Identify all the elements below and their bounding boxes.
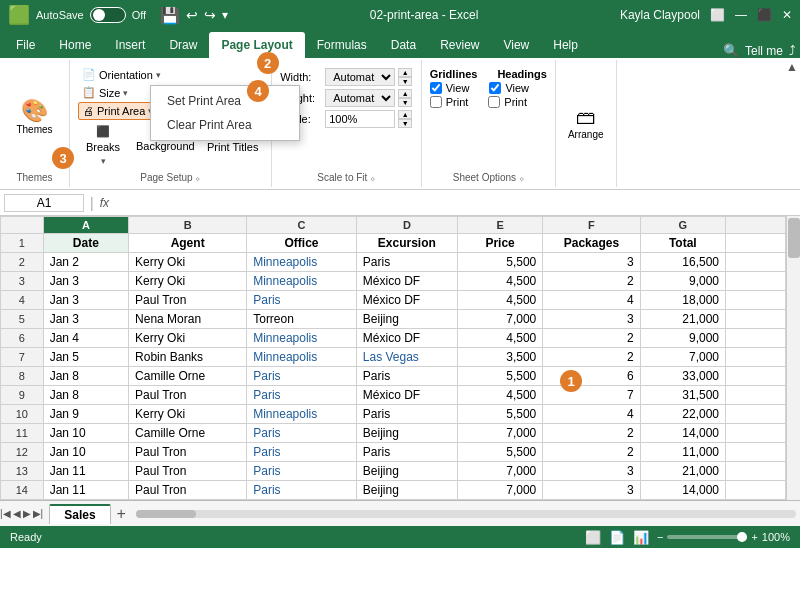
customize-icon[interactable]: ▾: [222, 8, 228, 22]
tab-formulas[interactable]: Formulas: [305, 32, 379, 58]
cell-d1[interactable]: Excursion: [356, 234, 457, 253]
cell-row13-col3[interactable]: Beijing: [356, 462, 457, 481]
sheet-tab-sales[interactable]: Sales: [49, 504, 110, 524]
orientation-button[interactable]: 📄 Orientation ▾: [78, 66, 165, 83]
cell-row3-col6[interactable]: 9,000: [640, 272, 725, 291]
tab-home[interactable]: Home: [47, 32, 103, 58]
cell-row12-col3[interactable]: Paris: [356, 443, 457, 462]
cell-row9-col1[interactable]: Paul Tron: [129, 386, 247, 405]
col-header-g[interactable]: G: [640, 217, 725, 234]
cell-row4-col0[interactable]: Jan 3: [43, 291, 128, 310]
cell-row5-col2[interactable]: Torreon: [247, 310, 357, 329]
search-icon[interactable]: 🔍: [723, 43, 739, 58]
cell-row14-col6[interactable]: 14,000: [640, 481, 725, 500]
cell-row10-col6[interactable]: 22,000: [640, 405, 725, 424]
normal-view-icon[interactable]: ⬜: [585, 530, 601, 545]
cell-row11-col2[interactable]: Paris: [247, 424, 357, 443]
cell-row13-col2[interactable]: Paris: [247, 462, 357, 481]
cell-row5-col0[interactable]: Jan 3: [43, 310, 128, 329]
scale-input[interactable]: [325, 110, 395, 128]
cell-row9-col3[interactable]: México DF: [356, 386, 457, 405]
tab-page-layout[interactable]: Page Layout: [209, 32, 304, 58]
cell-row3-col1[interactable]: Kerry Oki: [129, 272, 247, 291]
cell-row7-col3[interactable]: Las Vegas: [356, 348, 457, 367]
zoom-in-icon[interactable]: +: [751, 531, 757, 543]
col-header-d[interactable]: D: [356, 217, 457, 234]
width-up[interactable]: ▲: [398, 68, 412, 77]
tab-scroll-right-right[interactable]: ▶|: [33, 508, 44, 519]
tab-insert[interactable]: Insert: [103, 32, 157, 58]
cell-row8-col3[interactable]: Paris: [356, 367, 457, 386]
cell-row10-col0[interactable]: Jan 9: [43, 405, 128, 424]
tab-file[interactable]: File: [4, 32, 47, 58]
cell-e1[interactable]: Price: [457, 234, 542, 253]
size-button[interactable]: 📋 Size ▾: [78, 84, 132, 101]
cell-row12-col2[interactable]: Paris: [247, 443, 357, 462]
cell-row8-col1[interactable]: Camille Orne: [129, 367, 247, 386]
cell-g1[interactable]: Total: [640, 234, 725, 253]
cell-row11-col0[interactable]: Jan 10: [43, 424, 128, 443]
col-header-e[interactable]: E: [457, 217, 542, 234]
cell-row10-col5[interactable]: 4: [543, 405, 640, 424]
name-box[interactable]: [4, 194, 84, 212]
cell-row13-col0[interactable]: Jan 11: [43, 462, 128, 481]
height-up[interactable]: ▲: [398, 89, 412, 98]
tab-draw[interactable]: Draw: [157, 32, 209, 58]
cell-row4-col2[interactable]: Paris: [247, 291, 357, 310]
width-down[interactable]: ▼: [398, 77, 412, 86]
cell-row2-col1[interactable]: Kerry Oki: [129, 253, 247, 272]
col-header-c[interactable]: C: [247, 217, 357, 234]
cell-row4-col3[interactable]: México DF: [356, 291, 457, 310]
cell-row7-col2[interactable]: Minneapolis: [247, 348, 357, 367]
cell-row11-col5[interactable]: 2: [543, 424, 640, 443]
cell-row8-col5[interactable]: 6: [543, 367, 640, 386]
cell-row2-col2[interactable]: Minneapolis: [247, 253, 357, 272]
headings-view-checkbox[interactable]: [489, 82, 501, 94]
breaks-button[interactable]: ⬛ Breaks ▾: [78, 123, 128, 168]
page-layout-view-icon[interactable]: 📄: [609, 530, 625, 545]
cell-row13-col5[interactable]: 3: [543, 462, 640, 481]
clear-print-area-item[interactable]: Clear Print Area: [151, 113, 299, 137]
cell-row5-col6[interactable]: 21,000: [640, 310, 725, 329]
cell-row13-col4[interactable]: 7,000: [457, 462, 542, 481]
cell-row10-col2[interactable]: Minneapolis: [247, 405, 357, 424]
cell-row8-col6[interactable]: 33,000: [640, 367, 725, 386]
page-break-view-icon[interactable]: 📊: [633, 530, 649, 545]
cell-row6-col6[interactable]: 9,000: [640, 329, 725, 348]
add-sheet-button[interactable]: +: [111, 505, 132, 523]
cell-row13-col6[interactable]: 21,000: [640, 462, 725, 481]
cell-row4-col6[interactable]: 18,000: [640, 291, 725, 310]
cell-row3-col4[interactable]: 4,500: [457, 272, 542, 291]
cell-row10-col1[interactable]: Kerry Oki: [129, 405, 247, 424]
cell-row13-col1[interactable]: Paul Tron: [129, 462, 247, 481]
cell-row3-col3[interactable]: México DF: [356, 272, 457, 291]
cell-row14-col1[interactable]: Paul Tron: [129, 481, 247, 500]
height-down[interactable]: ▼: [398, 98, 412, 107]
cell-row3-col2[interactable]: Minneapolis: [247, 272, 357, 291]
cell-row6-col5[interactable]: 2: [543, 329, 640, 348]
cell-row4-col1[interactable]: Paul Tron: [129, 291, 247, 310]
cell-row14-col5[interactable]: 3: [543, 481, 640, 500]
height-select[interactable]: Automatic: [325, 89, 395, 107]
cell-row11-col6[interactable]: 14,000: [640, 424, 725, 443]
cell-row2-col6[interactable]: 16,500: [640, 253, 725, 272]
cell-row2-col5[interactable]: 3: [543, 253, 640, 272]
cell-row6-col3[interactable]: México DF: [356, 329, 457, 348]
headings-print-checkbox[interactable]: [488, 96, 500, 108]
cell-row14-col4[interactable]: 7,000: [457, 481, 542, 500]
scale-up[interactable]: ▲: [398, 110, 412, 119]
maximize-icon[interactable]: ⬛: [757, 8, 772, 22]
cell-row7-col0[interactable]: Jan 5: [43, 348, 128, 367]
cell-row5-col3[interactable]: Beijing: [356, 310, 457, 329]
cell-row9-col4[interactable]: 4,500: [457, 386, 542, 405]
cell-row9-col0[interactable]: Jan 8: [43, 386, 128, 405]
cell-row3-col0[interactable]: Jan 3: [43, 272, 128, 291]
cell-row9-col5[interactable]: 7: [543, 386, 640, 405]
close-icon[interactable]: ✕: [782, 8, 792, 22]
cell-row2-col4[interactable]: 5,500: [457, 253, 542, 272]
tab-review[interactable]: Review: [428, 32, 491, 58]
cell-row8-col0[interactable]: Jan 8: [43, 367, 128, 386]
share-icon[interactable]: ⤴: [789, 43, 796, 58]
print-area-button[interactable]: 🖨 Print Area ▾: [78, 102, 158, 120]
tab-view[interactable]: View: [491, 32, 541, 58]
